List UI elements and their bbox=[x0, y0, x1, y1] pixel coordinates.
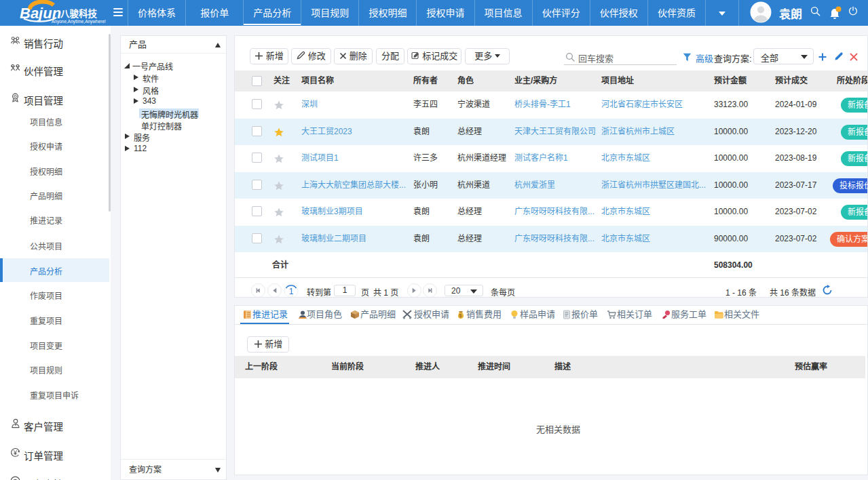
svg-text:Anyone,Anytime,Anywhere!: Anyone,Anytime,Anywhere! bbox=[52, 19, 106, 24]
svg-text:八骏科技: 八骏科技 bbox=[60, 8, 97, 19]
svg-text:$: $ bbox=[459, 313, 462, 319]
svg-text:1: 1 bbox=[289, 287, 294, 296]
